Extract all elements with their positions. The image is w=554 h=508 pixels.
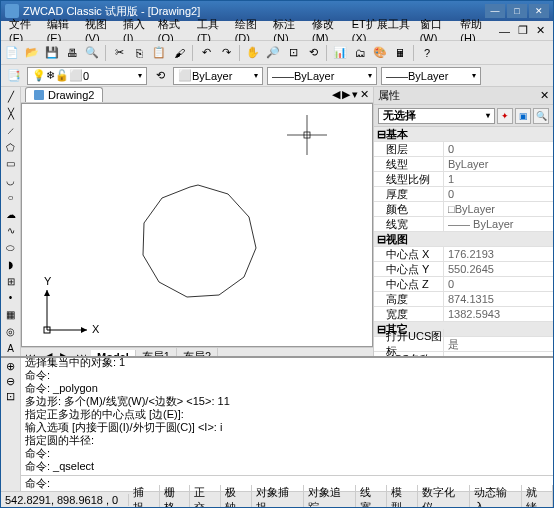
pline-icon[interactable]: ⟋ <box>3 123 19 139</box>
line-icon[interactable]: ╱ <box>3 89 19 105</box>
lineweight-combo[interactable]: —— ByLayer▾ <box>381 67 481 85</box>
xline-icon[interactable]: ╳ <box>3 106 19 122</box>
panel-close-icon[interactable]: ✕ <box>540 89 549 102</box>
prop-row[interactable]: 图层0 <box>374 142 553 157</box>
point-icon[interactable]: • <box>3 290 19 306</box>
close-button[interactable]: ✕ <box>529 4 549 18</box>
match-icon[interactable]: 🖌 <box>170 44 188 62</box>
region-icon[interactable]: ◎ <box>3 324 19 340</box>
designcenter-icon[interactable]: 🗂 <box>351 44 369 62</box>
tab-layout1[interactable]: 布局1 <box>136 348 177 356</box>
linetype-combo[interactable]: —— ByLayer▾ <box>267 67 377 85</box>
prop-row[interactable]: 线宽—— ByLayer <box>374 217 553 232</box>
cmd-tool2-icon[interactable]: ⊖ <box>6 375 15 388</box>
ellipse-icon[interactable]: ⬭ <box>3 240 19 256</box>
prop-category[interactable]: ⊟视图 <box>374 232 553 247</box>
svg-marker-7 <box>44 290 50 296</box>
cmd-tool3-icon[interactable]: ⊡ <box>6 390 15 403</box>
prop-row[interactable]: 颜色□ByLayer <box>374 202 553 217</box>
drawing-canvas[interactable]: X Y <box>21 103 373 347</box>
command-area: ⊕ ⊖ ⊡ 另一角点:命令:命令: _erase选择集当中的对象: 1命令:命令… <box>1 356 553 491</box>
prop-row[interactable]: 打开UCS图标是 <box>374 337 553 352</box>
tab-layout2[interactable]: 布局2 <box>177 348 218 356</box>
save-icon[interactable]: 💾 <box>43 44 61 62</box>
command-history[interactable]: 另一角点:命令:命令: _erase选择集当中的对象: 1命令:命令: _pol… <box>21 358 553 475</box>
prop-row[interactable]: 宽度1382.5943 <box>374 307 553 322</box>
toolpalette-icon[interactable]: 🎨 <box>371 44 389 62</box>
prop-row[interactable]: 中心点 X176.2193 <box>374 247 553 262</box>
prop-row[interactable]: 线型ByLayer <box>374 157 553 172</box>
polar-toggle[interactable]: 极轴 <box>221 485 252 509</box>
lwt-toggle[interactable]: 线宽 <box>356 485 387 509</box>
preview-icon[interactable]: 🔍 <box>83 44 101 62</box>
layer-combo[interactable]: 💡❄🔓⬜ 0▾ <box>27 67 147 85</box>
zoom-prev-icon[interactable]: ⟲ <box>304 44 322 62</box>
prop-row[interactable]: 中心点 Z0 <box>374 277 553 292</box>
pickadd-icon[interactable]: ✦ <box>497 108 513 124</box>
layer-manager-icon[interactable]: 📑 <box>5 67 23 85</box>
open-icon[interactable]: 📂 <box>23 44 41 62</box>
zoom-icon[interactable]: 🔎 <box>264 44 282 62</box>
hatch-icon[interactable]: ▦ <box>3 307 19 323</box>
copy-icon[interactable]: ⎘ <box>130 44 148 62</box>
model-tabs: ⏮ ◀ ▶ ⏭ Model 布局1 布局2 <box>21 347 373 356</box>
text-icon[interactable]: A <box>3 340 19 356</box>
mdi-minimize-button[interactable]: — <box>495 23 514 39</box>
print-icon[interactable]: 🖶 <box>63 44 81 62</box>
tab-menu-icon[interactable]: ▾ <box>352 88 358 101</box>
mdi-close-button[interactable]: ✕ <box>532 22 549 39</box>
tab-close-icon[interactable]: ✕ <box>360 88 369 101</box>
drawing-logo-icon <box>34 90 44 100</box>
standard-toolbar: 📄 📂 💾 🖶 🔍 ✂ ⎘ 📋 🖌 ↶ ↷ ✋ 🔎 ⊡ ⟲ 📊 🗂 🎨 🖩 ? <box>1 41 553 65</box>
redo-icon[interactable]: ↷ <box>217 44 235 62</box>
cut-icon[interactable]: ✂ <box>110 44 128 62</box>
dyn-toggle[interactable]: 动态输入 <box>470 485 522 509</box>
zoom-win-icon[interactable]: ⊡ <box>284 44 302 62</box>
prop-row[interactable]: 厚度0 <box>374 187 553 202</box>
mdi-restore-button[interactable]: ❐ <box>514 22 532 39</box>
properties-title: 属性 <box>378 88 400 103</box>
tab-prev-icon[interactable]: ◀ <box>332 88 340 101</box>
tablet-toggle[interactable]: 数字化仪 <box>418 485 470 509</box>
qselect-icon[interactable]: 🔍 <box>533 108 549 124</box>
grid-toggle[interactable]: 栅格 <box>160 485 191 509</box>
revcloud-icon[interactable]: ☁ <box>3 206 19 222</box>
color-combo[interactable]: ⬜ ByLayer▾ <box>173 67 263 85</box>
select-icon[interactable]: ▣ <box>515 108 531 124</box>
coordinates[interactable]: 542.8291, 898.9618 , 0 <box>1 494 129 506</box>
snap-toggle[interactable]: 捕捉 <box>129 485 160 509</box>
cmd-tool1-icon[interactable]: ⊕ <box>6 360 15 373</box>
prop-row[interactable]: 中心点 Y550.2645 <box>374 262 553 277</box>
prop-row[interactable]: 高度874.1315 <box>374 292 553 307</box>
otrack-toggle[interactable]: 对象追踪 <box>304 485 356 509</box>
block-icon[interactable]: ⊞ <box>3 273 19 289</box>
pan-icon[interactable]: ✋ <box>244 44 262 62</box>
model-toggle[interactable]: 模型 <box>387 485 418 509</box>
calc-icon[interactable]: 🖩 <box>391 44 409 62</box>
prop-row[interactable]: 线型比例1 <box>374 172 553 187</box>
maximize-button[interactable]: □ <box>507 4 527 18</box>
help-icon[interactable]: ? <box>418 44 436 62</box>
layer-prev-icon[interactable]: ⟲ <box>151 67 169 85</box>
prop-category[interactable]: ⊟基本 <box>374 127 553 142</box>
ellipsearc-icon[interactable]: ◗ <box>3 257 19 273</box>
spline-icon[interactable]: ∿ <box>3 223 19 239</box>
props-icon[interactable]: 📊 <box>331 44 349 62</box>
circle-icon[interactable]: ○ <box>3 190 19 206</box>
osnap-toggle[interactable]: 对象捕捉 <box>252 485 304 509</box>
rect-icon[interactable]: ▭ <box>3 156 19 172</box>
paste-icon[interactable]: 📋 <box>150 44 168 62</box>
ortho-toggle[interactable]: 正交 <box>190 485 221 509</box>
properties-panel: 属性 ✕ 无选择▾ ✦ ▣ 🔍 ⊟基本图层0线型ByLayer线型比例1厚度0颜… <box>373 87 553 356</box>
svg-text:X: X <box>92 323 100 335</box>
tab-next-icon[interactable]: ▶ <box>342 88 350 101</box>
svg-text:Y: Y <box>44 275 52 287</box>
new-icon[interactable]: 📄 <box>3 44 21 62</box>
selection-combo[interactable]: 无选择▾ <box>378 108 495 124</box>
arc-icon[interactable]: ◡ <box>3 173 19 189</box>
polygon-icon[interactable]: ⬠ <box>3 139 19 155</box>
ucs-icon: X Y <box>44 275 100 335</box>
drawing-tab[interactable]: Drawing2 <box>25 87 103 102</box>
menu-bar: 文件(F) 编辑(E) 视图(V) 插入(I) 格式(O) 工具(T) 绘图(D… <box>1 21 553 41</box>
undo-icon[interactable]: ↶ <box>197 44 215 62</box>
